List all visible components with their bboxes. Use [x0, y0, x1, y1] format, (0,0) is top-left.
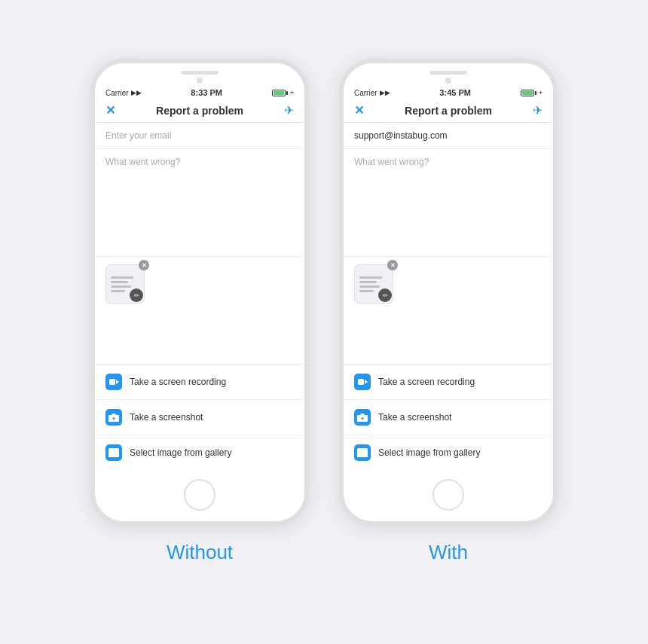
phone-with-wrapper: Carrier ▶▶ 3:45 PM + ✕ Report a proble	[339, 59, 558, 564]
video-icon-without	[105, 374, 122, 390]
status-bar-without: Carrier ▶▶ 8:33 PM +	[95, 87, 304, 99]
close-button-with[interactable]: ✕	[354, 103, 372, 118]
carrier-text: Carrier ▶▶	[105, 89, 142, 97]
message-field-with[interactable]: What went wrong?	[344, 149, 553, 257]
form-area-with: support@instabug.com What went wrong?	[344, 123, 553, 364]
phone-top-bar-without	[95, 63, 304, 87]
video-icon-with	[354, 374, 371, 390]
phone-speaker-with	[429, 71, 467, 75]
camera-icon-with	[354, 409, 371, 426]
charging-icon-with: +	[539, 89, 543, 96]
gallery-icon-without	[105, 444, 122, 461]
record-label-with: Take a screen recording	[378, 377, 475, 387]
email-field-without[interactable]: Enter your email	[95, 123, 304, 149]
nav-title-with: Report a problem	[372, 105, 524, 117]
edit-thumbnail-without[interactable]: ✏	[130, 288, 143, 302]
remove-thumbnail-without[interactable]: ✕	[139, 260, 149, 270]
send-button-with[interactable]: ✈	[524, 103, 543, 118]
phones-comparison: Carrier ▶▶ 8:33 PM + ✕ Report a proble	[90, 59, 558, 564]
svg-point-3	[113, 417, 115, 420]
svg-point-10	[362, 417, 364, 420]
nav-bar-without: ✕ Report a problem ✈	[95, 99, 304, 123]
home-button-without[interactable]	[184, 479, 215, 511]
record-item-without[interactable]: Take a screen recording	[95, 365, 304, 400]
wifi-icon: ▶▶	[131, 89, 142, 96]
svg-rect-7	[358, 379, 364, 385]
phone-without: Carrier ▶▶ 8:33 PM + ✕ Report a proble	[90, 59, 309, 526]
gallery-icon-with	[354, 444, 371, 461]
status-bar-with: Carrier ▶▶ 3:45 PM +	[344, 87, 553, 99]
phone-bottom-with	[344, 470, 553, 521]
label-with: With	[429, 541, 468, 564]
thumbnail-wrapper-with: ✕ ✏	[354, 264, 393, 304]
screenshot-label-without: Take a screenshot	[130, 412, 203, 423]
nav-title-without: Report a problem	[124, 105, 276, 117]
status-time-with: 3:45 PM	[439, 88, 471, 97]
battery-icon	[272, 90, 288, 96]
close-button-without[interactable]: ✕	[105, 103, 124, 118]
svg-rect-0	[109, 379, 115, 385]
remove-thumbnail-with[interactable]: ✕	[387, 260, 398, 270]
carrier-text-with: Carrier ▶▶	[354, 89, 390, 97]
svg-point-12	[359, 450, 362, 452]
phone-camera	[197, 78, 203, 84]
home-button-with[interactable]	[433, 479, 464, 511]
phone-bottom-without	[95, 470, 304, 521]
phone-with: Carrier ▶▶ 3:45 PM + ✕ Report a proble	[339, 59, 558, 526]
phone-speaker	[181, 71, 219, 75]
charging-icon: +	[290, 89, 294, 96]
thumbnail-wrapper-without: ✕ ✏	[105, 264, 145, 304]
battery-icon-with	[521, 90, 536, 96]
camera-icon-without	[105, 409, 122, 426]
status-right-without: +	[272, 89, 294, 96]
screenshot-item-without[interactable]: Take a screenshot	[95, 400, 304, 435]
screenshot-item-with[interactable]: Take a screenshot	[344, 400, 553, 435]
svg-marker-8	[365, 380, 368, 384]
attachment-area-without: ✕ ✏	[95, 257, 304, 364]
gallery-item-without[interactable]: Select image from gallery	[95, 435, 304, 470]
phone-without-wrapper: Carrier ▶▶ 8:33 PM + ✕ Report a proble	[90, 59, 309, 564]
phone-top-bar-with	[344, 63, 553, 87]
attachment-area-with: ✕ ✏	[344, 257, 553, 364]
send-button-without[interactable]: ✈	[276, 103, 294, 118]
bottom-menu-without: Take a screen recording Take a screensho…	[95, 364, 304, 470]
bottom-menu-with: Take a screen recording Take a screensho…	[344, 364, 553, 470]
svg-point-5	[111, 450, 113, 452]
message-field-without[interactable]: What went wrong?	[95, 149, 304, 257]
phone-camera-with	[445, 78, 451, 84]
svg-marker-1	[116, 380, 119, 384]
gallery-label-with: Select image from gallery	[378, 447, 480, 458]
record-label-without: Take a screen recording	[130, 377, 226, 387]
record-item-with[interactable]: Take a screen recording	[344, 365, 553, 400]
status-time-without: 8:33 PM	[191, 88, 222, 97]
label-without: Without	[167, 541, 233, 564]
gallery-label-without: Select image from gallery	[130, 447, 231, 458]
gallery-item-with[interactable]: Select image from gallery	[344, 435, 553, 470]
email-field-with[interactable]: support@instabug.com	[344, 123, 553, 149]
screenshot-label-with: Take a screenshot	[378, 412, 451, 423]
edit-thumbnail-with[interactable]: ✏	[378, 288, 392, 302]
wifi-lte-icon: ▶▶	[380, 89, 390, 96]
status-right-with: +	[521, 89, 543, 96]
nav-bar-with: ✕ Report a problem ✈	[344, 99, 553, 123]
form-area-without: Enter your email What went wrong? ✕	[95, 123, 304, 364]
